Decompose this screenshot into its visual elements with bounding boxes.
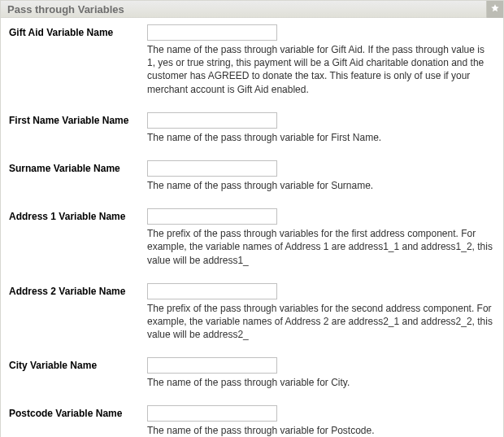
field-description: The name of the pass through variable fo… (147, 424, 495, 437)
field-control: The name of the pass through variable fo… (147, 112, 495, 144)
field-control: The name of the pass through variable fo… (147, 24, 495, 96)
panel-title: Pass through Variables (7, 3, 124, 15)
field-description: The name of the pass through variable fo… (147, 131, 495, 144)
surname-input[interactable] (147, 160, 277, 177)
field-row-postcode: Postcode Variable Name The name of the p… (9, 405, 495, 437)
field-label: First Name Variable Name (9, 112, 147, 126)
field-control: The name of the pass through variable fo… (147, 357, 495, 389)
city-input[interactable] (147, 357, 277, 374)
field-control: The name of the pass through variable fo… (147, 160, 495, 192)
field-label: Address 2 Variable Name (9, 283, 147, 297)
field-row-address1: Address 1 Variable Name The prefix of th… (9, 208, 495, 267)
field-control: The prefix of the pass through variables… (147, 208, 495, 267)
field-description: The prefix of the pass through variables… (147, 227, 495, 267)
panel-header: Pass through Variables (1, 1, 503, 18)
giftaid-input[interactable] (147, 24, 277, 41)
field-row-city: City Variable Name The name of the pass … (9, 357, 495, 389)
field-label: City Variable Name (9, 357, 147, 371)
firstname-input[interactable] (147, 112, 277, 129)
panel-action-button[interactable] (486, 1, 503, 18)
address1-input[interactable] (147, 208, 277, 225)
field-control: The prefix of the pass through variables… (147, 283, 495, 342)
field-row-surname: Surname Variable Name The name of the pa… (9, 160, 495, 192)
postcode-input[interactable] (147, 405, 277, 422)
field-control: The name of the pass through variable fo… (147, 405, 495, 437)
field-label: Postcode Variable Name (9, 405, 147, 419)
panel-pass-through-variables: Pass through Variables Gift Aid Variable… (0, 0, 504, 437)
field-description: The prefix of the pass through variables… (147, 302, 495, 342)
field-label: Address 1 Variable Name (9, 208, 147, 222)
field-label: Surname Variable Name (9, 160, 147, 174)
field-description: The name of the pass through variable fo… (147, 43, 495, 96)
star-icon (490, 3, 500, 15)
panel-body: Gift Aid Variable Name The name of the p… (1, 18, 503, 437)
field-row-address2: Address 2 Variable Name The prefix of th… (9, 283, 495, 342)
field-row-giftaid: Gift Aid Variable Name The name of the p… (9, 24, 495, 96)
field-label: Gift Aid Variable Name (9, 24, 147, 38)
address2-input[interactable] (147, 283, 277, 299)
field-description: The name of the pass through variable fo… (147, 179, 495, 192)
field-row-firstname: First Name Variable Name The name of the… (9, 112, 495, 144)
field-description: The name of the pass through variable fo… (147, 376, 495, 389)
